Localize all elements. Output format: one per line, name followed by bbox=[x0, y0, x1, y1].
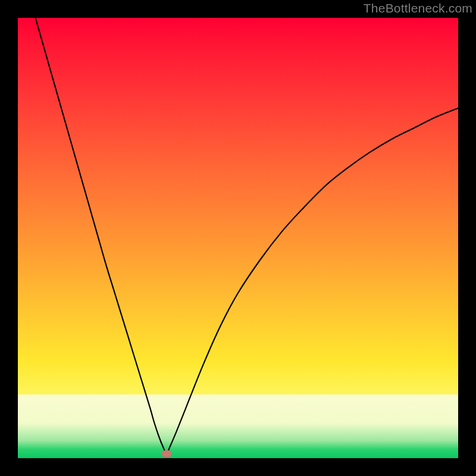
plot-area bbox=[18, 18, 458, 458]
watermark-text: TheBottleneck.com bbox=[364, 1, 472, 15]
optimum-marker bbox=[162, 450, 171, 457]
curve-layer bbox=[18, 18, 458, 458]
chart-frame: TheBottleneck.com bbox=[0, 0, 476, 476]
bottleneck-curve bbox=[36, 18, 458, 454]
